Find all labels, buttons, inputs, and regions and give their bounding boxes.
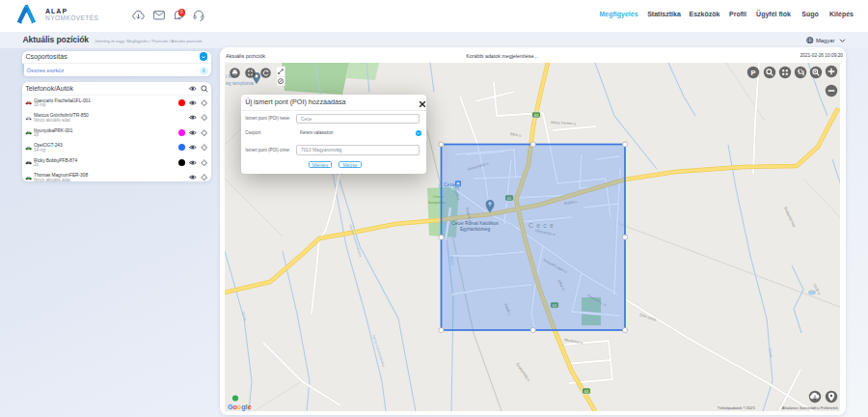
- svg-text:ég temploma: ég temploma: [226, 80, 254, 86]
- svg-text:63: 63: [534, 113, 539, 118]
- svg-text:Térképadatok ©2021: Térképadatok ©2021: [718, 405, 756, 410]
- svg-text:e: e: [248, 403, 252, 411]
- svg-text:63: 63: [584, 389, 589, 394]
- svg-text:Általános Szerződési Feltétele: Általános Szerződési Feltételek: [782, 405, 839, 410]
- svg-text:P: P: [750, 69, 755, 77]
